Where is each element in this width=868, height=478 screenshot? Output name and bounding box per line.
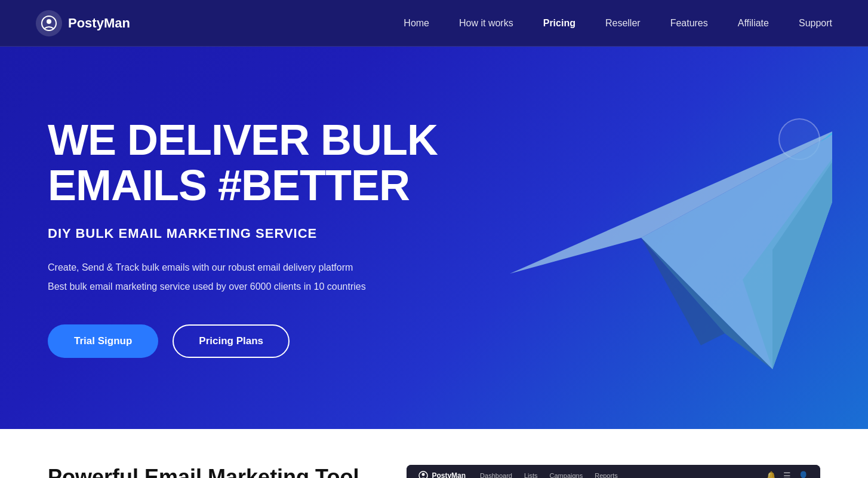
hero-title-line1: WE DELIVER BULK: [48, 116, 438, 164]
mockup-logo-text: PostyMan: [432, 471, 466, 478]
nav-links: Home How it works Pricing Reseller Featu…: [404, 18, 832, 29]
mockup-navbar: PostyMan Dashboard Lists Campaigns Repor…: [407, 465, 820, 478]
mockup-nav-reports: Reports: [595, 472, 618, 478]
dashboard-mockup: PostyMan Dashboard Lists Campaigns Repor…: [407, 465, 820, 478]
menu-icon: ☰: [783, 471, 791, 478]
nav-item-support[interactable]: Support: [799, 18, 832, 29]
hero-title: WE DELIVER BULK EMAILS #BETTER: [48, 118, 438, 208]
hero-content: WE DELIVER BULK EMAILS #BETTER DIY BULK …: [48, 118, 438, 358]
nav-item-affiliate[interactable]: Affiliate: [738, 18, 769, 29]
trial-signup-button[interactable]: Trial Signup: [48, 324, 158, 358]
nav-item-pricing[interactable]: Pricing: [543, 18, 575, 29]
hero-desc-line2: Best bulk email marketing service used b…: [48, 278, 438, 295]
mockup-nav-right: 🔔 ☰ 👤: [766, 471, 808, 478]
mockup-nav-dashboard: Dashboard: [480, 472, 512, 478]
logo-text: PostyMan: [68, 16, 130, 31]
hero-subtitle: DIY BULK EMAIL MARKETING SERVICE: [48, 226, 438, 241]
nav-item-home[interactable]: Home: [404, 18, 429, 29]
hero-section: WE DELIVER BULK EMAILS #BETTER DIY BULK …: [0, 47, 868, 429]
paper-plane-illustration: [414, 71, 832, 405]
nav-item-how-it-works[interactable]: How it works: [459, 18, 513, 29]
logo[interactable]: PostyMan: [36, 10, 130, 36]
mockup-nav-lists: Lists: [524, 472, 538, 478]
svg-point-10: [422, 473, 425, 476]
logo-icon: [36, 10, 62, 36]
svg-point-1: [47, 19, 51, 24]
mockup-logo: PostyMan: [418, 471, 466, 478]
hero-description: Create, Send & Track bulk emails with ou…: [48, 259, 438, 294]
below-fold-left: Powerful Email Marketing Tool: [48, 465, 359, 478]
user-icon: 👤: [798, 471, 808, 478]
below-fold-section: Powerful Email Marketing Tool PostyMan D…: [0, 429, 868, 478]
nav-item-reseller[interactable]: Reseller: [605, 18, 641, 29]
pricing-plans-button[interactable]: Pricing Plans: [173, 324, 290, 358]
navbar: PostyMan Home How it works Pricing Resel…: [0, 0, 868, 47]
nav-item-features[interactable]: Features: [670, 18, 708, 29]
hero-title-line2: EMAILS #BETTER: [48, 161, 410, 209]
section-title: Powerful Email Marketing Tool: [48, 465, 359, 478]
hero-desc-line1: Create, Send & Track bulk emails with ou…: [48, 259, 438, 275]
hero-buttons: Trial Signup Pricing Plans: [48, 324, 438, 358]
mockup-nav-items: Dashboard Lists Campaigns Reports: [480, 472, 618, 478]
notification-icon: 🔔: [766, 471, 776, 478]
mockup-nav-campaigns: Campaigns: [550, 472, 583, 478]
